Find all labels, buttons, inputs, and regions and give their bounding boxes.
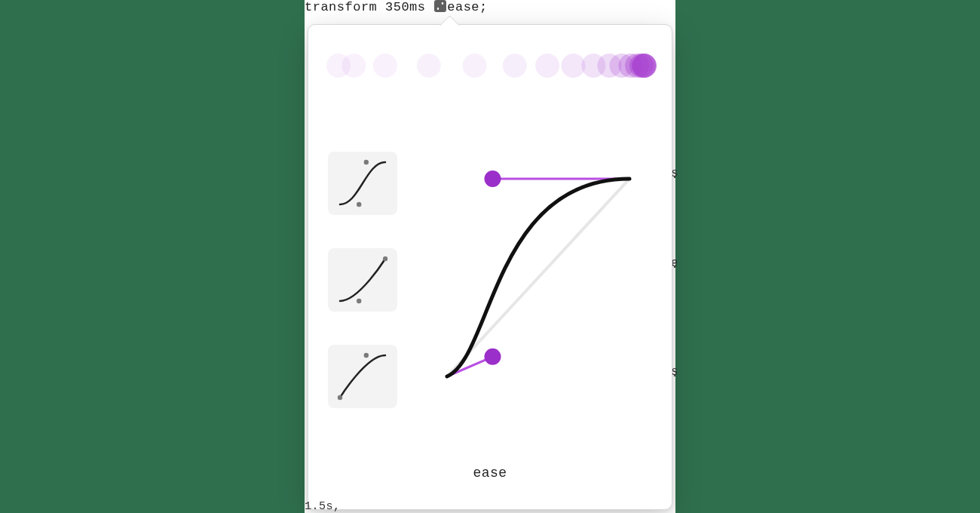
- trail-dot-icon: [503, 54, 527, 78]
- preset-ease-in-out[interactable]: [328, 152, 397, 215]
- preset-curve-icon: [340, 162, 385, 204]
- trail-dot-icon: [535, 54, 559, 78]
- handle-p2[interactable]: [485, 170, 501, 187]
- trail-dot-icon: [463, 54, 487, 78]
- preset-handle-icon: [364, 353, 369, 358]
- code-value: ease: [447, 0, 479, 14]
- preset-handle-icon: [383, 256, 387, 261]
- code-peek-bottom: 1.5s,: [305, 500, 341, 513]
- trail-dot-icon: [341, 54, 366, 78]
- preset-handle-icon: [338, 395, 342, 400]
- preset-curve-icon: [340, 259, 385, 301]
- linear-guide-icon: [447, 179, 629, 376]
- css-transition-line: transform 350ms ease;: [305, 0, 488, 14]
- trail-dot-icon: [373, 54, 397, 78]
- preset-curve-icon: [340, 355, 385, 398]
- preset-handle-icon: [364, 160, 369, 164]
- preset-handle-icon: [357, 202, 361, 207]
- code-prefix: transform 350ms: [305, 0, 433, 14]
- popover-arrow-icon: [439, 15, 460, 35]
- bezier-editor-popover: ease: [308, 24, 672, 510]
- stage: transform 350ms ease; ses ease 1.5s,: [305, 0, 675, 513]
- selected-curve-name: ease: [308, 465, 672, 481]
- bezier-curve-editor[interactable]: [436, 161, 640, 387]
- bezier-swatch-icon[interactable]: [434, 0, 446, 12]
- trail-dot-icon: [632, 54, 657, 78]
- preset-list: [328, 152, 403, 441]
- preset-ease-in[interactable]: [328, 248, 397, 312]
- preset-handle-icon: [357, 299, 361, 303]
- trail-dot-icon: [417, 54, 441, 78]
- preset-ease-out[interactable]: [328, 345, 397, 408]
- code-suffix: ;: [479, 0, 488, 14]
- handle-p1[interactable]: [485, 349, 501, 365]
- motion-trail-preview: [320, 43, 660, 88]
- page-pillar-right: [675, 0, 980, 513]
- page-pillar-left: [0, 0, 305, 513]
